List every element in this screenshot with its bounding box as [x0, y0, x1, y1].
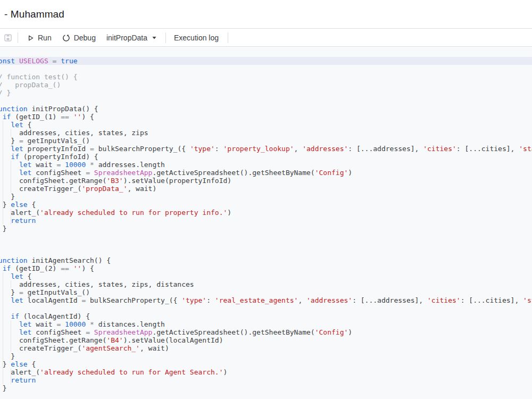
- indent-guide: [11, 320, 11, 352]
- indent-guide: [11, 161, 11, 193]
- code-line[interactable]: } = getInputVals_(): [0, 137, 532, 145]
- toolbar-divider: [18, 32, 18, 43]
- project-title[interactable]: - Muhammad: [4, 9, 64, 20]
- code-line[interactable]: function initPropData() {: [0, 105, 532, 113]
- code-line[interactable]: if (getID_(2) == '') {: [0, 264, 532, 272]
- code-line[interactable]: let configSheet = SpreadsheetApp.getActi…: [0, 169, 532, 177]
- code-line[interactable]: let propertyInfoId = bulkSearchProperty_…: [0, 145, 532, 153]
- code-line[interactable]: createTrigger_('propData_', wait): [0, 185, 532, 193]
- execution-log-label: Execution log: [174, 34, 219, 42]
- code-line[interactable]: let {: [0, 121, 532, 129]
- code-line[interactable]: } else {: [0, 201, 532, 209]
- code-line[interactable]: [0, 97, 532, 105]
- code-editor[interactable]: const USELOGS = true// function test() {…: [0, 47, 532, 399]
- code-line[interactable]: } = getInputVals_(): [0, 288, 532, 296]
- code-line[interactable]: let wait = 10000 * addresses.length: [0, 161, 532, 169]
- indent-guide: [11, 129, 11, 137]
- play-outline-icon: [27, 35, 34, 41]
- code-line[interactable]: if (localAgentId) {: [0, 312, 532, 320]
- code-line[interactable]: configSheet.getRange('B3').setValue(prop…: [0, 177, 532, 185]
- code-line[interactable]: // propData_(): [0, 81, 532, 89]
- code-lines: const USELOGS = true// function test() {…: [0, 57, 532, 399]
- code-line[interactable]: alert_('already scheduled to run for pro…: [0, 209, 532, 217]
- indent-guide: [11, 368, 11, 384]
- code-line[interactable]: function initAgentSearch() {: [0, 256, 532, 264]
- code-line[interactable]: return: [0, 217, 532, 225]
- project-header: - Muhammad: [0, 0, 532, 29]
- code-line[interactable]: configSheet.getRange('B4').setValue(loca…: [0, 336, 532, 344]
- code-line[interactable]: addresses, cities, states, zips, distanc…: [0, 280, 532, 288]
- debug-button[interactable]: Debug: [62, 34, 96, 42]
- run-label: Run: [38, 34, 52, 42]
- debug-label: Debug: [74, 34, 96, 42]
- code-line[interactable]: [0, 248, 532, 256]
- code-line[interactable]: }: [0, 352, 532, 360]
- save-icon: [4, 34, 12, 42]
- code-line[interactable]: let wait = 10000 * distances.length: [0, 320, 532, 328]
- indent-guide: [3, 272, 3, 384]
- chevron-down-icon: [152, 35, 157, 40]
- code-line[interactable]: [0, 240, 532, 248]
- code-line[interactable]: createTrigger_('agentSearch_', wait): [0, 344, 532, 352]
- code-line[interactable]: const USELOGS = true: [0, 57, 532, 65]
- code-line[interactable]: }: [0, 193, 532, 201]
- function-selector[interactable]: initPropData: [106, 34, 157, 42]
- code-line[interactable]: let {: [0, 272, 532, 280]
- indent-guide: [11, 280, 11, 288]
- save-button[interactable]: [4, 34, 12, 42]
- code-line[interactable]: // }: [0, 89, 532, 97]
- execution-log-button[interactable]: Execution log: [174, 34, 219, 42]
- indent-guide: [11, 209, 11, 225]
- code-line[interactable]: if (propertyInfoId) {: [0, 153, 532, 161]
- function-selector-value: initPropData: [106, 34, 147, 42]
- circular-arrow-icon: [62, 34, 70, 42]
- code-line[interactable]: let configSheet = SpreadsheetApp.getActi…: [0, 328, 532, 336]
- code-line[interactable]: let localAgentId = bulkSearchProperty_({…: [0, 296, 532, 304]
- code-line[interactable]: // function test() {: [0, 73, 532, 81]
- code-line[interactable]: [0, 65, 532, 73]
- code-line[interactable]: if (getID_(1) == '') {: [0, 113, 532, 121]
- code-line[interactable]: }: [0, 384, 532, 392]
- code-line[interactable]: [0, 304, 532, 312]
- code-line[interactable]: } else {: [0, 360, 532, 368]
- code-line[interactable]: }: [0, 225, 532, 232]
- code-line[interactable]: addresses, cities, states, zips: [0, 129, 532, 137]
- code-line[interactable]: }: [0, 232, 532, 240]
- toolbar-divider: [165, 32, 166, 43]
- indent-guide: [3, 121, 3, 225]
- code-line[interactable]: }: [0, 392, 532, 399]
- toolbar: Run Debug initPropData Execution log: [0, 29, 532, 47]
- code-line[interactable]: alert_('already scheduled to run for Age…: [0, 368, 532, 376]
- code-line[interactable]: return: [0, 376, 532, 384]
- run-button[interactable]: Run: [27, 34, 52, 42]
- toolbar-divider: [228, 32, 228, 43]
